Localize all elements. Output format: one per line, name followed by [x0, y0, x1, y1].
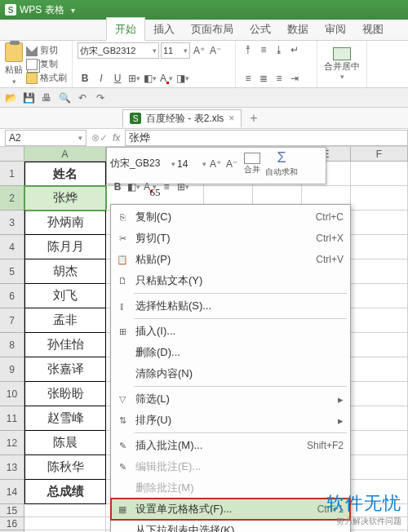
- mini-border[interactable]: ⊞▾: [175, 180, 190, 194]
- select-all-corner[interactable]: [0, 147, 24, 162]
- mini-font-size[interactable]: 14▾: [177, 157, 206, 171]
- row-header[interactable]: 16: [0, 517, 24, 530]
- border-button[interactable]: ⊞▾: [126, 71, 141, 86]
- align-left-icon[interactable]: ≡: [241, 71, 255, 86]
- cell[interactable]: [351, 211, 408, 235]
- context-menu-item[interactable]: ▽筛选(L)▸: [111, 388, 350, 410]
- mini-increase-font-icon[interactable]: A⁺: [208, 157, 223, 171]
- fill-color-button[interactable]: ◧▾: [143, 71, 157, 86]
- row-header[interactable]: 4: [0, 235, 24, 259]
- cell[interactable]: 姓名: [24, 162, 106, 186]
- row-header[interactable]: 14: [0, 480, 24, 504]
- row-header[interactable]: 3: [0, 211, 24, 235]
- tab-insert[interactable]: 插入: [145, 18, 183, 40]
- mini-align-left[interactable]: ≡: [159, 180, 174, 194]
- font-color-button[interactable]: A▾: [159, 71, 174, 86]
- cell[interactable]: [351, 333, 408, 357]
- context-menu-item[interactable]: 清除内容(N): [111, 363, 350, 384]
- row-header[interactable]: 12: [0, 431, 24, 455]
- cell[interactable]: [351, 382, 408, 406]
- row-header[interactable]: 15: [0, 504, 24, 517]
- context-menu-item[interactable]: ▦设置单元格格式(F)...Ctrl+1: [111, 499, 350, 520]
- workbook-tab[interactable]: S 百度经验 - 表2.xls ×: [122, 109, 242, 127]
- cell[interactable]: 刘飞: [24, 284, 106, 308]
- cell[interactable]: 张嘉译: [24, 357, 106, 382]
- print-icon[interactable]: 🖶: [39, 91, 54, 105]
- close-tab-icon[interactable]: ×: [228, 113, 234, 124]
- row-header[interactable]: 1: [0, 162, 24, 186]
- row-header[interactable]: 9: [0, 357, 24, 382]
- cell[interactable]: [351, 162, 408, 186]
- spreadsheet-grid[interactable]: ABCDEF 12345678910111213141516171819 姓名张…: [0, 147, 408, 529]
- row-header[interactable]: 6: [0, 284, 24, 308]
- underline-button[interactable]: U: [110, 71, 125, 86]
- align-center-icon[interactable]: ≣: [256, 71, 271, 86]
- italic-button[interactable]: I: [94, 71, 109, 86]
- cell[interactable]: 陈秋华: [24, 455, 106, 480]
- indent-icon[interactable]: ⇥: [287, 71, 302, 86]
- mini-font-family[interactable]: 仿宋_GB23▾: [110, 157, 175, 171]
- cell[interactable]: [351, 308, 408, 333]
- col-header-A[interactable]: A: [24, 147, 106, 162]
- cell[interactable]: 陈晨: [24, 431, 106, 455]
- cell[interactable]: [351, 186, 408, 211]
- redo-icon[interactable]: ↷: [93, 91, 108, 105]
- cell[interactable]: 孙佳怡: [24, 333, 106, 357]
- mini-fill-color[interactable]: ◧▾: [126, 180, 141, 194]
- tab-data[interactable]: 数据: [279, 18, 317, 40]
- save-icon[interactable]: 💾: [21, 91, 36, 105]
- open-icon[interactable]: 📂: [3, 91, 18, 105]
- context-menu-item[interactable]: 🗋只粘贴文本(Y): [111, 270, 350, 291]
- align-bottom-icon[interactable]: ⭳: [272, 42, 286, 57]
- merge-button[interactable]: 合并居中▾: [317, 41, 367, 87]
- context-menu-item[interactable]: ⊞插入(I)...: [111, 321, 350, 342]
- mini-font-color[interactable]: A▾: [143, 180, 157, 194]
- cell[interactable]: [351, 431, 408, 455]
- tab-pagelayout[interactable]: 页面布局: [183, 18, 242, 40]
- highlight-button[interactable]: ◨▾: [175, 71, 190, 86]
- paste-button[interactable]: 粘贴▾: [5, 42, 23, 86]
- wrap-text-icon[interactable]: ↵: [287, 42, 302, 57]
- cancel-entry-icon[interactable]: ⊗: [91, 132, 100, 144]
- cell[interactable]: 张盼盼: [24, 382, 106, 406]
- align-middle-icon[interactable]: ≡: [256, 42, 271, 57]
- copy-button[interactable]: 复制: [26, 58, 67, 70]
- cell[interactable]: 孟非: [24, 308, 106, 333]
- cell[interactable]: [351, 284, 408, 308]
- fx-icon[interactable]: fx: [113, 132, 120, 144]
- row-header[interactable]: 13: [0, 455, 24, 480]
- align-right-icon[interactable]: ≡: [272, 71, 286, 86]
- cell[interactable]: [24, 517, 106, 530]
- tab-view[interactable]: 视图: [354, 18, 392, 40]
- mini-decrease-font-icon[interactable]: A⁻: [224, 157, 239, 171]
- context-menu-item[interactable]: ✎插入批注(M)...Shift+F2: [111, 435, 350, 456]
- undo-icon[interactable]: ↶: [75, 91, 90, 105]
- formula-bar[interactable]: 张烨: [125, 130, 408, 146]
- context-menu-item[interactable]: ✂剪切(T)Ctrl+X: [111, 228, 350, 249]
- format-painter-button[interactable]: 格式刷: [26, 72, 67, 84]
- cell[interactable]: 总成绩: [24, 480, 106, 504]
- row-header[interactable]: 8: [0, 333, 24, 357]
- cell[interactable]: [351, 406, 408, 431]
- context-menu-item[interactable]: 从下拉列表中选择(K)...: [111, 520, 350, 532]
- tab-home[interactable]: 开始: [106, 17, 145, 41]
- mini-autosum-button[interactable]: Σ自动求和: [265, 149, 298, 178]
- mini-merge-button[interactable]: 合并: [244, 153, 260, 175]
- context-menu-item[interactable]: 删除(D)...: [111, 342, 350, 363]
- increase-font-icon[interactable]: A⁺: [192, 43, 206, 58]
- cell[interactable]: 胡杰: [24, 259, 106, 284]
- row-header[interactable]: 10: [0, 382, 24, 406]
- context-menu-item[interactable]: ⫿选择性粘贴(S)...: [111, 295, 350, 317]
- row-header[interactable]: 2: [0, 186, 24, 211]
- tab-formula[interactable]: 公式: [242, 18, 279, 40]
- cell[interactable]: [351, 235, 408, 259]
- context-menu-item[interactable]: 📋粘贴(P)Ctrl+V: [111, 249, 350, 270]
- row-header[interactable]: 7: [0, 308, 24, 333]
- font-size-select[interactable]: 11▾: [161, 42, 190, 59]
- cell[interactable]: 陈月月: [24, 235, 106, 259]
- tab-review[interactable]: 审阅: [317, 18, 354, 40]
- context-menu-item[interactable]: ⇅排序(U)▸: [111, 410, 350, 431]
- name-box[interactable]: A2▾: [5, 130, 86, 146]
- align-top-icon[interactable]: ⭱: [241, 42, 255, 57]
- bold-button[interactable]: B: [78, 71, 92, 86]
